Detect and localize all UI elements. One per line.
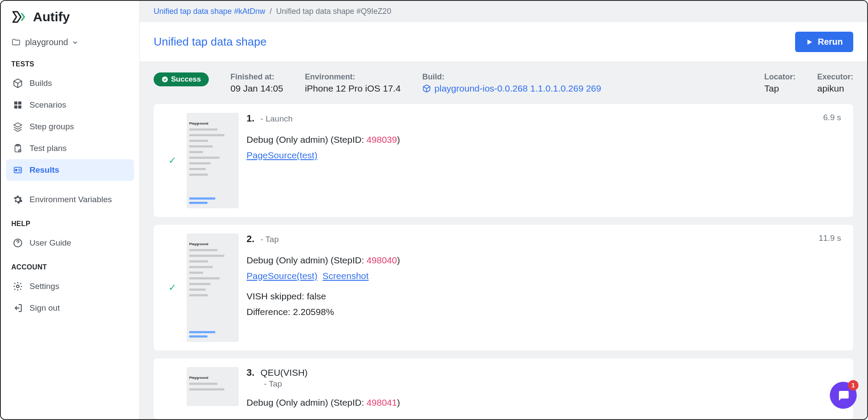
svg-point-8	[16, 169, 17, 171]
step-debug: Debug (Only admin) (StepID: 498039)	[247, 132, 841, 148]
check-icon	[166, 367, 179, 410]
nav-label: Test plans	[30, 144, 67, 153]
check-circle-icon	[161, 76, 168, 83]
step-debug: Debug (Only admin) (StepID: 498041)	[247, 395, 841, 410]
logo: Autify	[1, 10, 139, 33]
chat-button[interactable]: 1	[830, 382, 857, 409]
play-icon	[806, 38, 813, 46]
chat-badge: 1	[848, 380, 858, 390]
step-duration: 6.9 s	[823, 113, 841, 122]
info-locator: Locator: Tap	[764, 72, 796, 94]
sidebar-item-builds[interactable]: Builds	[6, 72, 134, 94]
step-title: QEU(VISH)	[260, 368, 308, 378]
step-number: 2.	[247, 233, 254, 245]
nav-label: Scenarios	[30, 100, 66, 110]
step-debug: Debug (Only admin) (StepID: 498040)	[247, 253, 841, 268]
sidebar-item-settings[interactable]: Settings	[6, 276, 134, 297]
brand-name: Autify	[33, 10, 70, 24]
breadcrumb-current: Unified tap data shape #Q9IeZ20	[276, 7, 391, 16]
main-content: Unified tap data shape #kAtDnw / Unified…	[140, 1, 867, 419]
svg-rect-2	[14, 105, 17, 108]
grid-icon	[12, 99, 23, 111]
nav-label: Sign out	[30, 303, 60, 313]
breadcrumb-parent[interactable]: Unified tap data shape #kAtDnw	[154, 7, 265, 16]
cube-icon	[12, 78, 23, 89]
pagesource-link[interactable]: PageSource(test)	[247, 271, 317, 281]
section-help: HELP	[1, 217, 139, 230]
sidebar: Autify playground TESTS Builds Scenarios…	[1, 1, 140, 419]
step-label: - Tap	[264, 379, 841, 389]
screenshot-link[interactable]: Screenshot	[322, 271, 368, 281]
status-badge: Success	[154, 72, 209, 86]
step-thumbnail[interactable]: Playground	[187, 113, 239, 208]
step-thumbnail[interactable]: Playground	[187, 367, 239, 406]
project-name: playground	[25, 37, 68, 47]
sidebar-item-env-vars[interactable]: Environment Variables	[6, 189, 134, 210]
step-card: ✓ Playground 2. - Tap Debug (Only admin)…	[154, 225, 853, 351]
settings-icon	[12, 281, 23, 292]
step-label: - Tap	[260, 235, 279, 244]
page-title: Unified tap data shape	[154, 35, 266, 49]
info-finished: Finished at: 09 Jan 14:05	[230, 72, 283, 94]
check-icon: ✓	[166, 233, 179, 342]
step-extra: Difference: 2.20598%	[247, 304, 841, 320]
rerun-button[interactable]: Rerun	[795, 32, 853, 52]
layers-icon	[12, 121, 23, 132]
results-icon	[12, 164, 23, 176]
svg-point-10	[16, 285, 19, 288]
chat-icon	[837, 389, 850, 402]
nav-label: Step groups	[30, 122, 74, 131]
sidebar-item-results[interactable]: Results	[6, 159, 134, 181]
sidebar-item-test-plans[interactable]: Test plans	[6, 138, 134, 159]
steps-list: ✓ Playground 1. - Launch Debug (Only adm…	[140, 104, 867, 419]
sidebar-item-scenarios[interactable]: Scenarios	[6, 94, 134, 116]
step-thumbnail[interactable]: Playground	[187, 233, 239, 342]
clipboard-icon	[12, 143, 23, 154]
info-environment: Environment: iPhone 12 Pro iOS 17.4	[305, 72, 401, 94]
info-bar: Success Finished at: 09 Jan 14:05 Enviro…	[140, 62, 867, 104]
sign-out-icon	[12, 302, 23, 314]
section-account: ACCOUNT	[1, 261, 139, 274]
step-number: 1.	[247, 113, 254, 124]
sidebar-item-sign-out[interactable]: Sign out	[6, 297, 134, 319]
check-icon: ✓	[166, 113, 179, 208]
breadcrumb-sep: /	[267, 7, 276, 16]
svg-rect-0	[14, 102, 17, 105]
step-number: 3.	[247, 367, 254, 378]
info-build: Build: playground-ios-0.0.268 1.1.0.1.0.…	[422, 72, 743, 94]
nav-label: Builds	[30, 79, 52, 88]
nav-label: User Guide	[30, 238, 71, 248]
chevron-down-icon	[72, 40, 78, 45]
step-label: - Launch	[260, 114, 293, 124]
folder-icon	[11, 38, 21, 47]
section-tests: TESTS	[1, 58, 139, 71]
autify-logo-icon	[11, 10, 29, 24]
svg-rect-1	[18, 102, 21, 105]
help-icon	[12, 237, 23, 249]
pagesource-link[interactable]: PageSource(test)	[247, 150, 317, 160]
svg-rect-3	[18, 105, 21, 108]
gear-icon	[12, 194, 23, 205]
cube-icon	[422, 84, 431, 93]
nav-label: Results	[30, 165, 59, 175]
rerun-label: Rerun	[818, 37, 843, 47]
breadcrumb: Unified tap data shape #kAtDnw / Unified…	[140, 1, 867, 22]
project-selector[interactable]: playground	[1, 33, 139, 58]
sidebar-item-user-guide[interactable]: User Guide	[6, 232, 134, 254]
sidebar-item-step-groups[interactable]: Step groups	[6, 116, 134, 138]
step-duration: 11.9 s	[819, 233, 841, 243]
nav-label: Settings	[30, 282, 59, 291]
step-card: Playground 3. QEU(VISH) - Tap Debug (Onl…	[154, 358, 853, 419]
nav-label: Environment Variables	[30, 195, 112, 204]
step-extra: VISH skipped: false	[247, 289, 841, 304]
info-executor: Executor: apikun	[817, 72, 853, 94]
title-bar: Unified tap data shape Rerun	[140, 22, 867, 62]
step-card: ✓ Playground 1. - Launch Debug (Only adm…	[154, 104, 853, 217]
build-link[interactable]: playground-ios-0.0.268 1.1.0.1.0.269 269	[422, 83, 743, 94]
